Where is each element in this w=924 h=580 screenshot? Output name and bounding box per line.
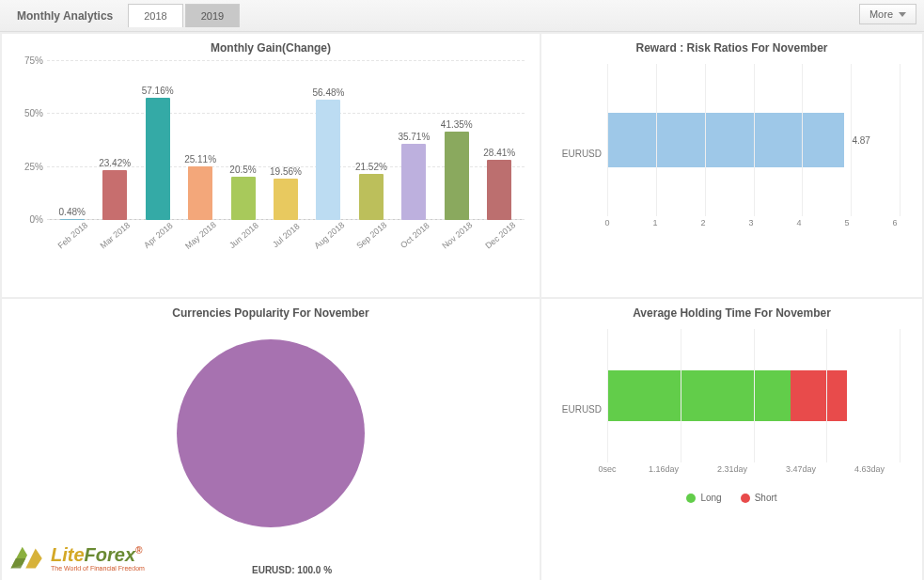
- chevron-down-icon: [899, 12, 906, 17]
- bar-value-label: 25.11%: [184, 154, 216, 165]
- panel-holding-time: Average Holding Time For November EURUSD…: [541, 299, 922, 580]
- bar: [359, 174, 384, 220]
- legend-label: Short: [755, 493, 777, 503]
- bar: [188, 166, 212, 220]
- currencies-pie-chart: [11, 325, 530, 541]
- y-axis-label: EURUSD: [555, 149, 602, 159]
- bar-value-label: 56.48%: [312, 87, 344, 98]
- bar-value-label: 28.41%: [483, 148, 515, 158]
- panel-currencies: Currencies Popularity For November EURUS…: [2, 299, 540, 580]
- tab-2019[interactable]: 2019: [185, 4, 240, 27]
- x-tick-label: 6: [892, 218, 897, 243]
- x-tick-label: Feb 2018: [54, 218, 104, 267]
- x-tick-label: Mar 2018: [96, 218, 147, 267]
- y-tick-label: 25%: [15, 161, 43, 171]
- liteforex-logo: LiteForex® The World of Financial Freedo…: [8, 541, 145, 575]
- y-tick-label: 75%: [15, 55, 43, 66]
- x-tick-label: 2: [700, 218, 705, 243]
- panel-monthly-gain: Monthly Gain(Change) 0%25%50%75% 0.48%23…: [2, 34, 540, 297]
- bar: [102, 170, 127, 220]
- x-tick-label: Sep 2018: [352, 218, 403, 267]
- bar-segment-long: [607, 370, 791, 421]
- chart-title: Currencies Popularity For November: [11, 306, 530, 320]
- bar-value-label: 0.48%: [59, 207, 86, 217]
- x-tick-label: Nov 2018: [438, 218, 489, 267]
- logo-icon: [8, 541, 47, 575]
- page-title: Monthly Analytics: [8, 9, 122, 23]
- tab-2018[interactable]: 2018: [128, 4, 182, 27]
- legend-dot-icon: [686, 494, 696, 503]
- more-button-label: More: [869, 8, 893, 20]
- holding-time-chart: EURUSD 0sec1.16day2.31day3.47day4.63day: [607, 329, 900, 489]
- x-tick-label: 0: [604, 218, 609, 243]
- bar: [231, 177, 256, 220]
- more-button[interactable]: More: [859, 4, 916, 24]
- bar: [487, 160, 511, 220]
- chart-title: Reward : Risk Ratios For November: [551, 41, 913, 55]
- x-tick-label: 4.63day: [854, 464, 885, 489]
- x-tick-label: 3.47day: [786, 464, 816, 489]
- registered-icon: ®: [135, 545, 142, 556]
- bar-value-label: 20.5%: [229, 165, 256, 175]
- legend-dot-icon: [741, 494, 750, 503]
- legend-label: Long: [700, 493, 721, 503]
- panel-reward-risk: Reward : Risk Ratios For November EURUSD…: [541, 34, 922, 297]
- y-tick-label: 0%: [15, 214, 43, 225]
- x-tick-label: 4: [796, 218, 801, 243]
- bar-value-label: 57.16%: [142, 86, 174, 96]
- bar-value-label: 19.56%: [270, 166, 302, 177]
- bar: [445, 132, 469, 220]
- bar-value-label: 35.71%: [398, 132, 430, 142]
- dashboard-grid: Monthly Gain(Change) 0%25%50%75% 0.48%23…: [0, 32, 924, 580]
- logo-word-forex: Forex: [85, 544, 135, 565]
- x-tick-label: Jul 2018: [267, 218, 318, 267]
- bar-value-label: 4.87: [852, 135, 869, 146]
- x-tick-label: 1.16day: [649, 464, 679, 489]
- reward-risk-chart: EURUSD 4.87 0123456: [607, 64, 900, 243]
- x-tick-label: Jun 2018: [225, 218, 275, 267]
- x-tick-label: Oct 2018: [395, 218, 446, 267]
- legend-item-short: Short: [741, 493, 777, 503]
- x-tick-label: 1: [652, 218, 657, 243]
- bar-segment-short: [791, 370, 847, 421]
- bar: [146, 98, 170, 220]
- pie-slice-eurusd: [177, 339, 365, 527]
- legend-item-long: Long: [686, 493, 721, 503]
- y-axis-label: EURUSD: [555, 404, 602, 415]
- x-tick-label: Apr 2018: [139, 218, 190, 267]
- logo-tagline: The World of Financial Freedom: [51, 565, 145, 572]
- bar-value-label: 23.42%: [99, 158, 131, 168]
- bar-value-label: 21.52%: [355, 162, 387, 172]
- x-tick-label: 3: [748, 218, 753, 243]
- monthly-gain-chart: 0%25%50%75% 0.48%23.42%57.16%25.11%20.5%…: [47, 60, 525, 248]
- legend: Long Short: [551, 493, 913, 503]
- bar: [274, 179, 298, 220]
- pie-label: EURUSD: 100.0 %: [252, 565, 332, 575]
- logo-text: LiteForex® The World of Financial Freedo…: [51, 545, 145, 572]
- chart-title: Average Holding Time For November: [551, 306, 913, 320]
- y-tick-label: 50%: [15, 108, 43, 118]
- bar-value-label: 41.35%: [441, 119, 473, 130]
- x-tick-label: Dec 2018: [480, 218, 531, 267]
- bar: [316, 100, 340, 220]
- chart-title: Monthly Gain(Change): [11, 41, 530, 55]
- x-tick-label: 2.31day: [717, 464, 747, 489]
- x-tick-label: 0sec: [598, 464, 616, 489]
- header-bar: Monthly Analytics 2018 2019 More: [0, 0, 924, 32]
- logo-word-lite: Lite: [51, 544, 85, 565]
- year-tabs: 2018 2019: [128, 4, 240, 27]
- x-tick-label: Aug 2018: [310, 218, 361, 267]
- x-tick-label: May 2018: [181, 218, 232, 267]
- x-tick-label: 5: [844, 218, 849, 243]
- bar: [401, 144, 426, 220]
